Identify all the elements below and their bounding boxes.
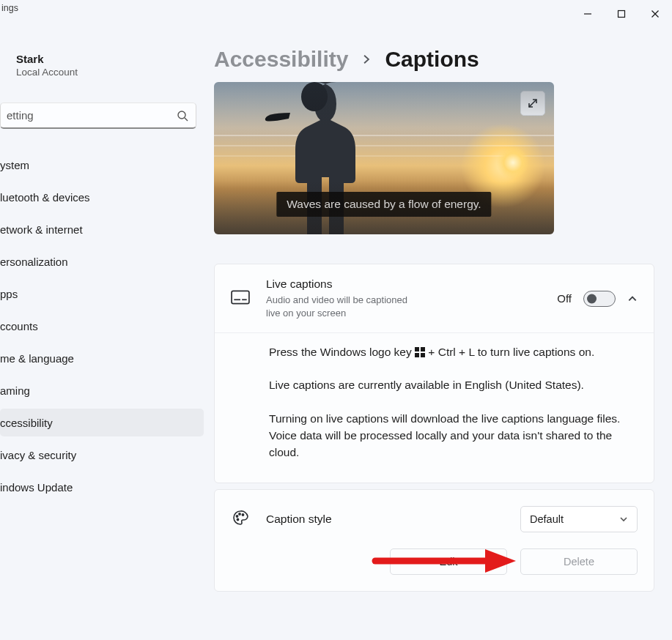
nav-gaming[interactable]: aming <box>0 376 204 404</box>
svg-point-15 <box>236 516 237 517</box>
svg-rect-12 <box>421 347 425 351</box>
preview-decor <box>497 146 529 179</box>
search-icon <box>177 110 188 122</box>
svg-point-16 <box>239 513 240 515</box>
nav-apps[interactable]: pps <box>0 280 204 308</box>
live-captions-toggle[interactable] <box>583 291 616 307</box>
svg-rect-14 <box>421 353 425 357</box>
live-captions-hint-shortcut: Press the Windows logo key + Ctrl + L to… <box>269 343 638 360</box>
nav-privacy-security[interactable]: ivacy & security <box>0 441 204 469</box>
nav-time-language[interactable]: me & language <box>0 344 204 372</box>
live-captions-state-label: Off <box>557 292 572 305</box>
chevron-down-icon <box>619 515 628 524</box>
caption-style-select[interactable]: Default <box>520 506 638 532</box>
search-box[interactable] <box>0 103 196 129</box>
account-type: Local Account <box>16 67 207 78</box>
captions-icon <box>231 290 250 308</box>
nav: ystem luetooth & devices etwork & intern… <box>0 151 207 501</box>
maximize-button[interactable] <box>605 3 638 25</box>
svg-rect-1 <box>619 11 625 18</box>
windows-logo-icon <box>415 347 425 357</box>
breadcrumb: Accessibility Captions <box>214 47 654 72</box>
account-name: Stark <box>16 53 207 65</box>
sidebar: Stark Local Account ystem luetooth & dev… <box>0 25 214 640</box>
live-captions-body: Press the Windows logo key + Ctrl + L to… <box>215 332 654 483</box>
close-button[interactable] <box>638 3 672 25</box>
toggle-knob <box>587 294 597 303</box>
minimize-button[interactable] <box>571 3 605 25</box>
expand-icon <box>527 97 539 109</box>
nav-windows-update[interactable]: indows Update <box>0 473 204 501</box>
svg-point-18 <box>237 519 238 521</box>
svg-point-4 <box>178 111 185 119</box>
live-captions-card: Live captions Audio and video will be ca… <box>214 264 654 483</box>
live-captions-title: Live captions <box>266 278 541 291</box>
live-captions-availability: Live captions are currently available in… <box>269 376 638 393</box>
svg-point-17 <box>242 514 243 516</box>
live-captions-header[interactable]: Live captions Audio and video will be ca… <box>215 264 654 332</box>
svg-line-5 <box>185 118 188 121</box>
chevron-up-icon[interactable] <box>627 294 638 304</box>
nav-accounts[interactable]: ccounts <box>0 312 204 340</box>
nav-system[interactable]: ystem <box>0 151 204 179</box>
chevron-right-icon <box>361 54 372 64</box>
live-captions-privacy: Turning on live captions will download t… <box>269 410 638 461</box>
search-input[interactable] <box>5 108 177 122</box>
delete-style-button: Delete <box>520 548 638 575</box>
edit-style-button[interactable]: Edit <box>390 548 507 575</box>
nav-personalization[interactable]: ersonalization <box>0 248 204 275</box>
caption-style-title: Caption style <box>266 513 504 526</box>
nav-bluetooth-devices[interactable]: luetooth & devices <box>0 183 204 211</box>
caption-sample-text: Waves are caused by a flow of energy. <box>276 192 491 217</box>
nav-network-internet[interactable]: etwork & internet <box>0 215 204 243</box>
caption-style-card: Caption style Default Edit Delete <box>214 489 654 592</box>
page-title: Captions <box>385 47 479 72</box>
svg-rect-8 <box>232 291 249 303</box>
palette-icon <box>231 509 250 529</box>
caption-preview: Waves are caused by a flow of energy. <box>214 82 554 234</box>
window-title-fragment: ings <box>1 3 18 13</box>
nav-accessibility[interactable]: ccessibility <box>0 409 204 436</box>
live-captions-sub: Audio and video will be captioned live o… <box>266 294 413 319</box>
breadcrumb-parent[interactable]: Accessibility <box>214 47 348 72</box>
svg-rect-13 <box>415 353 419 357</box>
svg-rect-11 <box>415 347 419 351</box>
expand-preview-button[interactable] <box>520 91 545 116</box>
main-content: Accessibility Captions Waves are caused … <box>214 25 672 640</box>
titlebar: ings <box>0 0 672 25</box>
caption-style-value: Default <box>530 513 564 525</box>
svg-line-7 <box>529 100 536 107</box>
account-block[interactable]: Stark Local Account <box>0 53 207 78</box>
svg-point-6 <box>301 82 328 111</box>
